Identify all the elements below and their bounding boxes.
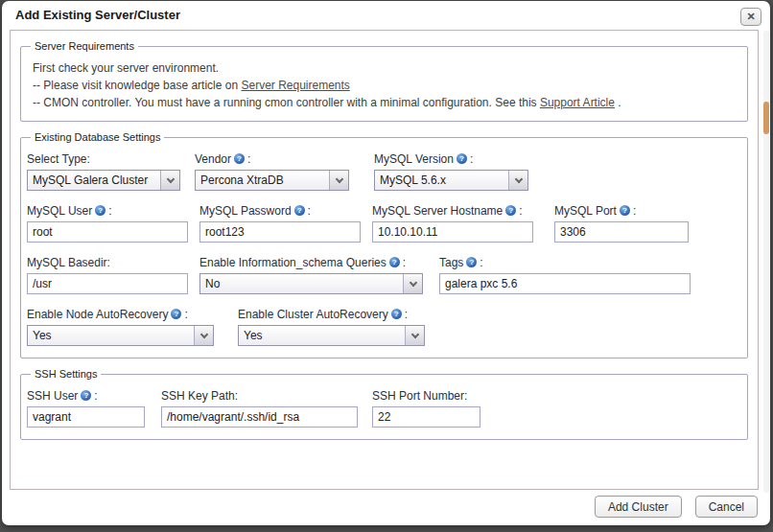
tags-field: Tags ? : — [439, 254, 691, 294]
existing-database-settings-legend: Existing Database Settings — [31, 131, 164, 143]
cluster-autorecovery-label: Enable Cluster AutoRecovery ? : — [238, 306, 425, 322]
info-schema-label: Enable Information_schema Queries ? : — [199, 254, 423, 270]
ssh-port-input[interactable] — [372, 406, 480, 428]
node-autorecovery-field: Enable Node AutoRecovery ? : Yes — [27, 306, 214, 346]
ssh-user-label: SSH User ? : — [27, 387, 145, 404]
db-settings-row-1: Select Type: MySQL Galera Cluster Vendor… — [27, 150, 741, 191]
mysql-password-field: MySQL Password ? : — [199, 202, 361, 243]
mysql-port-field: MySQL Port ? : — [554, 202, 689, 243]
ssh-user-input[interactable] — [27, 406, 145, 428]
ssh-key-path-label: SSH Key Path: — [161, 387, 358, 404]
cancel-button[interactable]: Cancel — [695, 496, 758, 518]
info-schema-field: Enable Information_schema Queries ? : No — [199, 254, 423, 294]
help-icon[interactable]: ? — [505, 205, 516, 216]
mysql-user-label: MySQL User ? : — [27, 202, 188, 219]
select-type-field: Select Type: MySQL Galera Cluster — [27, 150, 180, 191]
chevron-down-icon — [329, 171, 348, 190]
chevron-down-icon — [194, 326, 213, 345]
ssh-settings-legend: SSH Settings — [31, 368, 101, 380]
vendor-dropdown[interactable]: Percona XtraDB — [195, 170, 349, 191]
requirements-line-3: -- CMON controller. You must have a runn… — [27, 94, 741, 111]
mysql-version-dropdown[interactable]: MySQL 5.6.x — [374, 170, 528, 191]
add-existing-server-cluster-dialog: Add Existing Server/Cluster ✕ Server Req… — [2, 1, 770, 525]
chevron-down-icon — [405, 326, 424, 345]
help-icon[interactable]: ? — [234, 153, 245, 164]
requirements-line-2: -- Please visit knowledge base article o… — [27, 77, 741, 94]
help-icon[interactable]: ? — [391, 309, 402, 319]
support-article-link[interactable]: Support Article — [540, 96, 615, 109]
cluster-autorecovery-dropdown[interactable]: Yes — [238, 325, 425, 346]
requirements-line-3-text: -- CMON controller. You must have a runn… — [33, 96, 540, 109]
mysql-version-field: MySQL Version ? : MySQL 5.6.x — [374, 150, 528, 191]
requirements-line-2-text: -- Please visit knowledge base article o… — [33, 79, 241, 92]
node-autorecovery-dropdown[interactable]: Yes — [27, 325, 214, 346]
help-icon[interactable]: ? — [294, 205, 305, 216]
chevron-down-icon — [508, 171, 527, 190]
help-icon[interactable]: ? — [171, 309, 181, 319]
server-requirements-link[interactable]: Server Requirements — [241, 79, 349, 92]
chevron-down-icon — [403, 274, 422, 293]
vendor-label: Vendor ? : — [195, 150, 349, 167]
mysql-user-input[interactable] — [27, 221, 188, 243]
help-icon[interactable]: ? — [81, 390, 91, 401]
mysql-user-field: MySQL User ? : — [27, 202, 188, 243]
existing-database-settings-section: Existing Database Settings Select Type: … — [20, 131, 748, 359]
ssh-settings-section: SSH Settings SSH User ? : SSH Key Path: — [20, 368, 748, 440]
dialog-footer: Add Cluster Cancel — [595, 496, 758, 518]
mysql-basedir-input[interactable] — [27, 273, 188, 294]
ssh-port-field: SSH Port Number: — [372, 387, 480, 428]
mysql-hostname-field: MySQL Server Hostname ? : — [372, 202, 533, 243]
ssh-user-field: SSH User ? : — [27, 387, 145, 428]
ssh-settings-row: SSH User ? : SSH Key Path: SSH Port Numb… — [27, 387, 741, 428]
ssh-key-path-input[interactable] — [161, 406, 358, 428]
help-icon[interactable]: ? — [95, 205, 105, 216]
select-type-dropdown[interactable]: MySQL Galera Cluster — [27, 170, 180, 191]
scrollbar-thumb[interactable] — [763, 102, 769, 134]
mysql-hostname-label: MySQL Server Hostname ? : — [372, 202, 533, 219]
add-cluster-button[interactable]: Add Cluster — [595, 496, 682, 518]
mysql-password-label: MySQL Password ? : — [199, 202, 361, 219]
help-icon[interactable]: ? — [466, 257, 477, 267]
info-schema-dropdown[interactable]: No — [199, 273, 423, 294]
node-autorecovery-label: Enable Node AutoRecovery ? : — [27, 306, 214, 322]
ssh-port-label: SSH Port Number: — [372, 387, 480, 404]
db-settings-row-4: Enable Node AutoRecovery ? : Yes Enable … — [27, 306, 741, 346]
mysql-port-input[interactable] — [554, 221, 689, 243]
server-requirements-legend: Server Requirements — [31, 40, 138, 52]
tags-label: Tags ? : — [439, 254, 691, 270]
help-icon[interactable]: ? — [620, 205, 630, 216]
close-icon[interactable]: ✕ — [740, 8, 761, 26]
ssh-key-path-field: SSH Key Path: — [161, 387, 358, 428]
mysql-hostname-input[interactable] — [372, 221, 533, 243]
select-type-label: Select Type: — [27, 150, 180, 167]
requirements-line-3-suffix: . — [615, 96, 621, 109]
dialog-title: Add Existing Server/Cluster — [15, 8, 180, 22]
chevron-down-icon — [160, 171, 179, 190]
db-settings-row-3: MySQL Basedir: Enable Information_schema… — [27, 254, 741, 294]
requirements-line-1: First check your server environment. — [27, 59, 741, 77]
dialog-content: Server Requirements First check your ser… — [10, 30, 759, 490]
db-settings-row-2: MySQL User ? : MySQL Password ? : — [27, 202, 741, 243]
help-icon[interactable]: ? — [457, 153, 467, 164]
cluster-autorecovery-field: Enable Cluster AutoRecovery ? : Yes — [238, 306, 425, 346]
mysql-version-label: MySQL Version ? : — [374, 150, 528, 167]
server-requirements-section: Server Requirements First check your ser… — [20, 40, 748, 122]
tags-input[interactable] — [439, 273, 691, 294]
scrollbar-track[interactable] — [763, 31, 769, 493]
help-icon[interactable]: ? — [389, 257, 400, 267]
mysql-basedir-field: MySQL Basedir: — [27, 254, 188, 294]
mysql-basedir-label: MySQL Basedir: — [27, 254, 188, 270]
mysql-port-label: MySQL Port ? : — [554, 202, 689, 219]
vendor-field: Vendor ? : Percona XtraDB — [195, 150, 349, 191]
mysql-password-input[interactable] — [199, 221, 361, 243]
